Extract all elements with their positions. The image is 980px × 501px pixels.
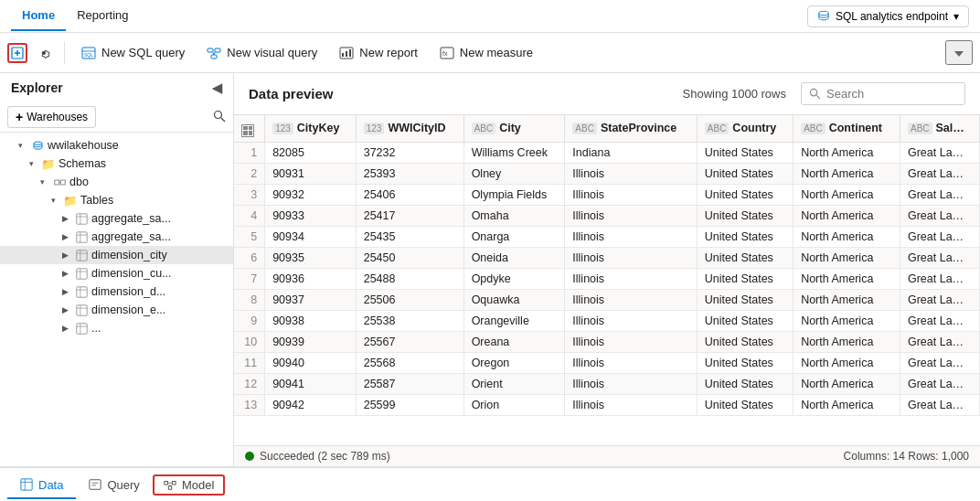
row-num: 13 [234, 394, 265, 415]
cell-stateprovince: Illinois [565, 268, 697, 289]
bottom-tab-query[interactable]: Query [76, 473, 152, 499]
row-num: 6 [234, 247, 265, 268]
cell-city: Oreana [463, 331, 565, 352]
row-num: 11 [234, 352, 265, 373]
svg-rect-22 [60, 180, 65, 185]
cell-city: Onarga [463, 226, 565, 247]
toolbar-expand-button[interactable] [945, 40, 973, 65]
cell-continent: North America [794, 331, 900, 352]
table-row: 5 90934 25435 Onarga Illinois United Sta… [234, 226, 980, 247]
cell-citykey: 90933 [265, 205, 357, 226]
sidebar-header-icons: ◀ [212, 80, 222, 95]
table-row: 11 90940 25568 Oregon Illinois United St… [234, 352, 980, 373]
new-visual-query-button[interactable]: New visual query [197, 41, 326, 65]
nav-tab-home[interactable]: Home [11, 1, 66, 31]
tree-item-tables[interactable]: ▾ 📁 Tables [0, 191, 233, 209]
cell-sal: Great La… [900, 331, 979, 352]
tree-item-dbo[interactable]: ▾ dbo [0, 173, 233, 191]
cell-stateprovince: Illinois [565, 205, 697, 226]
search-input[interactable] [826, 87, 954, 101]
cell-citykey: 90934 [265, 226, 357, 247]
expand-arrow: ▶ [62, 250, 71, 260]
tree-item-dimension-e[interactable]: ▶ dimension_e... [0, 301, 233, 319]
tree-item-wwilakehouse[interactable]: ▾ wwilakehouse [0, 136, 233, 155]
svg-rect-14 [346, 51, 347, 57]
cell-wwicityid: 25450 [356, 247, 463, 268]
cell-country: United States [697, 142, 793, 163]
collapse-icon[interactable]: ◀ [212, 80, 222, 95]
svg-rect-24 [76, 213, 86, 223]
cell-citykey: 90935 [265, 247, 357, 268]
cell-wwicityid: 25393 [356, 163, 463, 184]
row-num: 10 [234, 331, 265, 352]
cell-stateprovince: Illinois [565, 331, 697, 352]
new-sql-query-button[interactable]: SQL New SQL query [72, 41, 194, 65]
svg-rect-33 [76, 268, 86, 278]
search-icon [809, 88, 821, 100]
cell-wwicityid: 25538 [356, 310, 463, 331]
data-header: Data preview Showing 1000 rows [234, 73, 980, 115]
table-icon [75, 304, 88, 316]
expand-arrow: ▶ [62, 232, 71, 241]
tree-item-schemas[interactable]: ▾ 📁 Schemas [0, 155, 233, 173]
nav-tab-reporting[interactable]: Reporting [66, 1, 139, 31]
status-bar: Succeeded (2 sec 789 ms) Columns: 14 Row… [234, 445, 980, 466]
table-row: 8 90937 25506 Oquawka Illinois United St… [234, 289, 980, 310]
col-header-grid [234, 115, 265, 142]
svg-rect-9 [211, 55, 217, 59]
svg-text:SQL: SQL [84, 52, 93, 58]
tree-item-dimension-cu[interactable]: ▶ dimension_cu... [0, 264, 233, 282]
svg-rect-8 [215, 48, 220, 52]
cell-country: United States [697, 310, 793, 331]
table-row: 2 90931 25393 Olney Illinois United Stat… [234, 163, 980, 184]
cell-citykey: 90937 [265, 289, 357, 310]
new-measure-button[interactable]: fx New measure [431, 41, 542, 65]
tree-item-dimension-city[interactable]: ▶ dimension_city [0, 246, 233, 264]
col-header-city: ABCCity [463, 115, 565, 142]
sql-endpoint-button[interactable]: SQL analytics endpoint ▾ [807, 5, 969, 27]
expand-arrow: ▾ [29, 159, 38, 168]
cell-sal: Great La… [900, 373, 979, 394]
new-item-button[interactable] [7, 43, 27, 63]
expand-arrow: ▾ [18, 141, 27, 150]
cell-country: United States [697, 184, 793, 205]
table-row: 6 90935 25450 Oneida Illinois United Sta… [234, 247, 980, 268]
cell-city: Opdyke [463, 268, 565, 289]
table-icon [75, 322, 88, 335]
tree-item-more[interactable]: ▶ ... [0, 319, 233, 337]
sidebar-tree: ▾ wwilakehouse ▾ 📁 Schemas ▾ [0, 133, 233, 466]
col-header-wwicityid: 123WWICityID [356, 115, 463, 142]
tree-label: dbo [69, 176, 89, 188]
sql-endpoint-label: SQL analytics endpoint [836, 10, 948, 23]
cell-stateprovince: Illinois [565, 352, 697, 373]
plus-icon: + [16, 110, 23, 124]
bottom-tab-model[interactable]: Model [153, 474, 225, 496]
row-num: 12 [234, 373, 265, 394]
sql-query-icon: SQL [81, 46, 96, 60]
expand-arrow: ▶ [62, 305, 71, 314]
sidebar-search-icon[interactable] [213, 110, 226, 125]
status-dot [245, 452, 254, 461]
new-report-button[interactable]: New report [330, 41, 427, 65]
add-warehouses-button[interactable]: + Warehouses [7, 106, 96, 128]
tree-item-aggregate-sa-2[interactable]: ▶ aggregate_sa... [0, 228, 233, 246]
tree-item-aggregate-sa-1[interactable]: ▶ aggregate_sa... [0, 209, 233, 228]
cell-citykey: 82085 [265, 142, 357, 163]
settings-button[interactable] [31, 42, 57, 64]
cell-continent: North America [794, 352, 900, 373]
search-box[interactable] [801, 82, 965, 105]
cell-continent: North America [794, 310, 900, 331]
cell-sal: Great La… [900, 268, 979, 289]
cell-wwicityid: 25488 [356, 268, 463, 289]
bottom-tab-data[interactable]: Data [7, 473, 76, 499]
tree-label: Tables [80, 194, 113, 207]
tree-item-dimension-d[interactable]: ▶ dimension_d... [0, 282, 233, 301]
cell-city: Williams Creek [463, 142, 565, 163]
expand-arrow: ▶ [62, 287, 71, 296]
cell-sal: Great La… [900, 247, 979, 268]
cell-wwicityid: 25568 [356, 352, 463, 373]
col-header-continent: ABCContinent [794, 115, 900, 142]
report-icon [339, 46, 354, 60]
table-row: 9 90938 25538 Orangeville Illinois Unite… [234, 310, 980, 331]
cell-stateprovince: Illinois [565, 310, 697, 331]
